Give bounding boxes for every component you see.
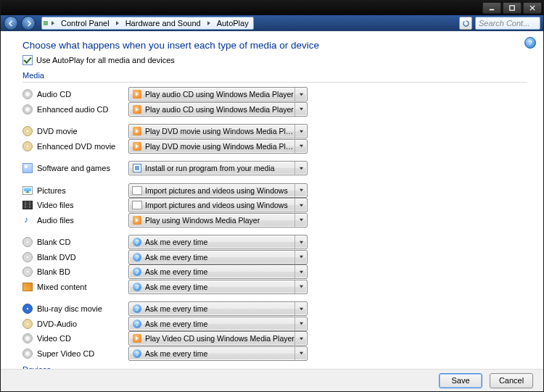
media-label: Audio CD [37, 90, 128, 99]
media-row-audio-files: Audio filesPlay using Windows Media Play… [22, 213, 527, 228]
chevron-down-icon [294, 125, 307, 138]
chevron-down-icon [294, 332, 307, 345]
action-select-blank-dvd[interactable]: ?Ask me every time [128, 250, 308, 264]
media-label: Blu-ray disc movie [37, 304, 128, 313]
action-select-video-cd[interactable]: Play Video CD using Windows Media Player [128, 331, 308, 346]
media-row-super-video-cd: Super Video CD?Ask me every time [22, 346, 527, 362]
search-input[interactable]: Search Cont... [475, 17, 540, 30]
chevron-down-icon [294, 317, 307, 330]
close-button[interactable] [523, 2, 542, 14]
action-select-bluray-movie[interactable]: ?Ask me every time [128, 301, 308, 316]
content-area: ? Choose what happens when you insert ea… [1, 31, 543, 391]
dvd-icon [22, 141, 33, 151]
media-label: DVD movie [37, 127, 128, 135]
page-title: Choose what happens when you insert each… [22, 40, 527, 51]
action-select-audio-files[interactable]: Play using Windows Media Player [128, 213, 308, 228]
media-label: Audio files [37, 216, 128, 225]
breadcrumb[interactable]: Control Panel Hardware and Sound AutoPla… [41, 17, 254, 30]
action-select-blank-bd[interactable]: ?Ask me every time [128, 264, 308, 279]
media-row-audio-cd: Audio CDPlay audio CD using Windows Medi… [22, 87, 527, 102]
question-icon: ? [133, 253, 141, 262]
breadcrumb-seg-autoplay[interactable]: AutoPlay [213, 17, 253, 29]
chevron-down-icon [294, 347, 307, 360]
action-select-audio-cd[interactable]: Play audio CD using Windows Media Player [128, 87, 308, 101]
action-select-software-games[interactable]: Install or run program from your media [128, 161, 308, 175]
media-row-mixed-content: Mixed content?Ask me every time [22, 280, 527, 295]
minimize-button[interactable] [482, 2, 501, 14]
pic-icon [22, 185, 33, 196]
action-select-blank-cd[interactable]: ?Ask me every time [128, 235, 308, 249]
use-autoplay-checkbox[interactable] [22, 55, 33, 65]
save-button[interactable]: Save [439, 373, 482, 388]
media-row-enh-dvd-movie: Enhanced DVD moviePlay DVD movie using W… [22, 139, 527, 154]
action-select-dvd-audio[interactable]: ?Ask me every time [128, 317, 308, 331]
action-select-enh-audio-cd[interactable]: Play audio CD using Windows Media Player [128, 102, 308, 117]
media-row-blank-cd: Blank CD?Ask me every time [22, 235, 527, 250]
autoplay-window: Control Panel Hardware and Sound AutoPla… [0, 0, 544, 392]
back-button[interactable] [4, 16, 18, 30]
media-row-enh-audio-cd: Enhanced audio CDPlay audio CD using Win… [22, 102, 527, 117]
action-select-pictures[interactable]: Import pictures and videos using Windows [128, 183, 308, 198]
maximize-button[interactable] [503, 2, 522, 14]
action-select-dvd-movie[interactable]: Play DVD movie using Windows Media Playe… [128, 124, 308, 138]
disc-icon [22, 333, 33, 343]
action-select-value: Play DVD movie using Windows Media Playe… [145, 127, 294, 135]
play-icon [133, 90, 141, 99]
breadcrumb-icon [42, 21, 49, 25]
dvd-icon [22, 319, 33, 329]
media-label: Blank DVD [37, 253, 128, 262]
media-label: Blank CD [37, 238, 128, 246]
media-row-video-cd: Video CDPlay Video CD using Windows Medi… [22, 331, 527, 346]
action-select-value: Play audio CD using Windows Media Player [145, 105, 294, 114]
help-button[interactable]: ? [524, 37, 536, 49]
search-placeholder: Search Cont... [479, 19, 529, 28]
import-icon [132, 186, 142, 195]
action-select-enh-dvd-movie[interactable]: Play DVD movie using Windows Media Playe… [128, 139, 308, 154]
action-select-value: Play audio CD using Windows Media Player [145, 90, 294, 99]
nav-toolbar: Control Panel Hardware and Sound AutoPla… [1, 15, 543, 31]
action-select-value: Ask me every time [145, 267, 294, 276]
breadcrumb-seg-hardware-sound[interactable]: Hardware and Sound [121, 17, 205, 29]
media-label: Super Video CD [37, 349, 128, 358]
play-icon [133, 142, 141, 151]
action-select-video-files[interactable]: Import pictures and videos using Windows [128, 198, 308, 212]
play-icon [133, 216, 141, 225]
action-select-value: Play Video CD using Windows Media Player [145, 334, 294, 343]
disc-icon [22, 349, 33, 359]
refresh-button[interactable] [459, 17, 472, 30]
blank-icon [22, 252, 33, 262]
action-select-value: Import pictures and videos using Windows [145, 186, 294, 195]
chevron-down-icon [294, 184, 307, 197]
media-label: Video CD [37, 334, 128, 343]
svg-rect-1 [510, 6, 514, 10]
question-icon: ? [133, 283, 141, 291]
question-icon: ? [133, 349, 141, 358]
action-select-super-video-cd[interactable]: ?Ask me every time [128, 346, 308, 361]
forward-button[interactable] [21, 16, 36, 30]
chevron-right-icon [49, 21, 57, 25]
media-section-header: Media [22, 71, 527, 80]
button-bar: Save Cancel [1, 369, 543, 391]
question-icon: ? [133, 320, 141, 328]
action-select-value: Install or run program from your media [145, 164, 294, 172]
chevron-down-icon [294, 214, 307, 227]
media-row-bluray-movie: Blu-ray disc movie?Ask me every time [22, 301, 527, 317]
action-select-mixed-content[interactable]: ?Ask me every time [128, 280, 308, 294]
action-select-value: Ask me every time [145, 283, 294, 291]
media-row-blank-dvd: Blank DVD?Ask me every time [22, 250, 527, 265]
media-label: Video files [37, 201, 128, 209]
action-select-value: Play using Windows Media Player [145, 216, 294, 225]
action-select-value: Ask me every time [145, 304, 294, 313]
question-icon: ? [133, 267, 141, 276]
breadcrumb-seg-control-panel[interactable]: Control Panel [57, 17, 114, 29]
action-select-value: Ask me every time [145, 349, 294, 358]
divider [22, 82, 527, 83]
play-icon [133, 334, 141, 343]
media-label: Pictures [37, 186, 128, 195]
chevron-down-icon [294, 103, 307, 116]
vid-icon [22, 200, 33, 210]
media-row-blank-bd: Blank BD?Ask me every time [22, 264, 527, 280]
blank-icon [22, 237, 33, 247]
media-row-dvd-movie: DVD moviePlay DVD movie using Windows Me… [22, 124, 527, 139]
cancel-button[interactable]: Cancel [490, 373, 533, 388]
